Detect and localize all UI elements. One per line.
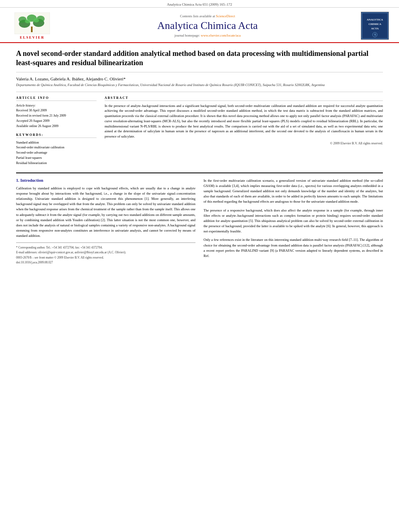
- history-label: Article history:: [16, 103, 97, 109]
- available-date: Available online 26 August 2009: [16, 124, 58, 128]
- intro-paragraph-2: In the first-order multivariate calibrat…: [204, 178, 383, 205]
- revised-date: Received in revised form 21 July 2009: [16, 114, 66, 117]
- journal-homepage-line: journal homepage: www.elsevier.com/locat…: [56, 33, 359, 37]
- journal-citation: Analytica Chimica Acta 651 (2009) 165–17…: [167, 2, 232, 6]
- abstract-column: Abstract In the presence of analyte–back…: [105, 96, 383, 166]
- email-line: E-mail addresses: olivieri@iquir-conicet…: [16, 250, 195, 255]
- body-left-column: 1. Introduction Calibration by standard …: [16, 178, 195, 264]
- elsevier-tree-graphic: [14, 12, 50, 34]
- svg-point-8: [33, 18, 39, 23]
- intro-paragraph-3: The presence of a responsive background,…: [204, 208, 383, 234]
- aca-logo-area: ANALYTICA CHIMICA ACTA ⚗: [359, 12, 391, 40]
- journal-citation-bar: Analytica Chimica Acta 651 (2009) 165–17…: [0, 0, 399, 8]
- article-info-abstract-section: Article Info Article history: Received 3…: [16, 92, 383, 166]
- sciencedirect-link[interactable]: ScienceDirect: [216, 14, 235, 18]
- svg-rect-1: [31, 27, 33, 32]
- issn-line: 0003-2670/$ – see front matter © 2009 El…: [16, 256, 195, 259]
- doi-line: doi:10.1016/j.aca.2009.08.027: [16, 261, 195, 264]
- keyword-4: Partial least-squares: [16, 156, 97, 161]
- elsevier-wordmark: ELSEVIER: [20, 35, 45, 39]
- received-date: Received 30 April 2009: [16, 109, 47, 112]
- elsevier-logo: ELSEVIER: [8, 12, 56, 39]
- keyword-5: Residual bilinearization: [16, 161, 97, 166]
- svg-point-7: [25, 19, 31, 23]
- article-info-column: Article Info Article history: Received 3…: [16, 96, 97, 166]
- keyword-2: Second-order multivariate calibration: [16, 145, 97, 150]
- journal-homepage-link[interactable]: www.elsevier.com/locate/aca: [201, 33, 241, 37]
- intro-paragraph-1: Calibration by standard addition is empl…: [16, 186, 195, 239]
- elsevier-logo-area: ELSEVIER: [8, 12, 56, 39]
- journal-title: Analytica Chimica Acta: [56, 20, 359, 32]
- body-right-column: In the first-order multivariate calibrat…: [204, 178, 383, 264]
- svg-text:ACTA: ACTA: [371, 27, 379, 30]
- keywords-section: Keywords: Standard addition Second-order…: [16, 133, 97, 166]
- accepted-date: Accepted 20 August 2009: [16, 119, 49, 123]
- body-content: 1. Introduction Calibration by standard …: [16, 173, 383, 264]
- keyword-3: Second-order advantage: [16, 150, 97, 156]
- svg-text:ANALYTICA: ANALYTICA: [367, 18, 383, 21]
- authors-line: Valeria A. Lozano, Gabriela A. Ibáñez, A…: [16, 76, 383, 81]
- corresponding-author-note: * Corresponding author. Tel.: +54 341 43…: [16, 245, 195, 250]
- keyword-1: Standard addition: [16, 140, 97, 146]
- abstract-text: In the presence of analyte–background in…: [105, 103, 383, 139]
- footnote-area: * Corresponding author. Tel.: +54 341 43…: [16, 242, 195, 264]
- journal-title-area: Contents lists available at ScienceDirec…: [56, 14, 359, 37]
- svg-text:⚗: ⚗: [374, 33, 376, 36]
- journal-header: ELSEVIER Contents lists available at Sci…: [0, 8, 399, 43]
- abstract-label: Abstract: [105, 96, 383, 101]
- svg-text:CHIMICA: CHIMICA: [368, 23, 381, 25]
- affiliation: Departamento de Química Analítica, Facul…: [16, 83, 383, 88]
- article-title: A novel second-order standard addition a…: [16, 49, 383, 72]
- aca-logo: ANALYTICA CHIMICA ACTA ⚗: [361, 12, 389, 40]
- article-info-label: Article Info: [16, 96, 97, 101]
- contents-available-line: Contents lists available at ScienceDirec…: [56, 14, 359, 18]
- introduction-heading: 1. Introduction: [16, 178, 195, 183]
- intro-paragraph-4: Only a few references exist in the liter…: [204, 237, 383, 259]
- keywords-label: Keywords:: [16, 133, 97, 138]
- article-history: Article history: Received 30 April 2009 …: [16, 103, 97, 129]
- copyright-line: © 2009 Elsevier B.V. All rights reserved…: [105, 142, 383, 145]
- main-content: A novel second-order standard addition a…: [0, 43, 399, 272]
